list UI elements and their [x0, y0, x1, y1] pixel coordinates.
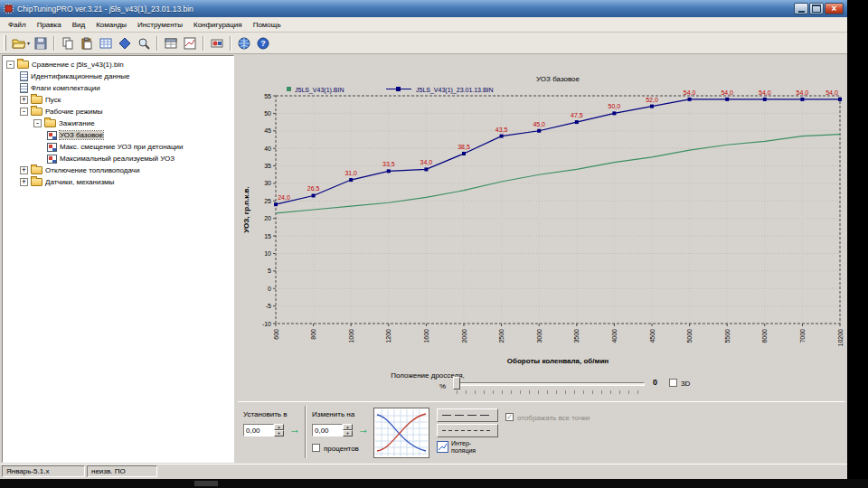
- table-button[interactable]: [162, 34, 180, 52]
- apply-change-arrow-icon[interactable]: →: [358, 423, 369, 436]
- zoom-button[interactable]: [135, 34, 153, 52]
- paste-button[interactable]: [78, 34, 96, 52]
- checkbox-show-all-points[interactable]: ✓: [505, 413, 514, 421]
- svg-text:600: 600: [273, 329, 279, 340]
- point-value-label: 24,0: [278, 194, 290, 201]
- tree-item-6[interactable]: УОЗ базовое: [3, 129, 233, 141]
- line-style-button-1[interactable]: [437, 408, 498, 422]
- tree-item-2[interactable]: Флаги комплектации: [3, 82, 233, 94]
- collapse-icon[interactable]: -: [33, 119, 42, 127]
- minimize-button[interactable]: [794, 3, 808, 14]
- menu-item-2[interactable]: Вид: [67, 19, 90, 31]
- compare-button[interactable]: [116, 34, 134, 52]
- interpolation-button[interactable]: Интер- поляция: [437, 440, 476, 454]
- set-to-spinner[interactable]: ▲▼: [274, 424, 284, 436]
- save-file-button[interactable]: [32, 34, 50, 52]
- tree-item-7[interactable]: Макс. смещение УОЗ при детонации: [3, 141, 233, 153]
- map-icon: [47, 143, 57, 152]
- apply-set-arrow-icon[interactable]: →: [289, 423, 300, 436]
- open-dropdown-icon[interactable]: ▾: [27, 40, 30, 46]
- tree-item-9[interactable]: +Отключение топливоподачи: [3, 164, 233, 176]
- toolbar-grip[interactable]: [4, 35, 6, 51]
- chart-point[interactable]: [800, 98, 804, 101]
- svg-text:3000: 3000: [536, 329, 542, 343]
- throttle-slider-track[interactable]: [455, 382, 645, 386]
- chart-point[interactable]: [650, 105, 654, 108]
- checkbox-3d[interactable]: [669, 379, 677, 387]
- svg-text:5500: 5500: [724, 329, 731, 343]
- menu-item-3[interactable]: Команды: [90, 19, 132, 31]
- point-value-label: 47,5: [571, 112, 583, 118]
- chart-point[interactable]: [537, 129, 541, 133]
- chart-point[interactable]: [688, 98, 692, 101]
- graph-button[interactable]: [181, 34, 199, 52]
- set-to-input[interactable]: [243, 424, 274, 436]
- chart-point[interactable]: [387, 169, 391, 173]
- chart-title: УОЗ базовое: [536, 75, 580, 83]
- line-style-button-2[interactable]: [437, 424, 498, 437]
- app-window: ChipTuningPRO ver.3.21 - j5ls_v43(1)_23.…: [0, 0, 847, 479]
- toolbar-separator: [53, 36, 55, 51]
- tree-item-0[interactable]: -Сравнение с j5ls_v43(1).bin: [3, 59, 233, 70]
- chart-point[interactable]: [349, 178, 353, 182]
- menu-item-4[interactable]: Инструменты: [132, 19, 188, 31]
- chart-point[interactable]: [838, 98, 842, 101]
- chart-point[interactable]: [575, 120, 579, 124]
- expand-icon[interactable]: +: [20, 166, 28, 174]
- chart-point[interactable]: [312, 193, 316, 197]
- status-cell-version: Январь-5.1.x: [2, 465, 85, 477]
- chart-point[interactable]: [725, 98, 729, 101]
- maximize-button[interactable]: [809, 3, 824, 14]
- cells-button[interactable]: [97, 34, 115, 52]
- chart-point[interactable]: [763, 98, 767, 101]
- tree-item-1[interactable]: Идентификационные данные: [3, 70, 233, 82]
- spin-down-icon[interactable]: ▼: [274, 430, 284, 436]
- menu-item-1[interactable]: Правка: [32, 19, 67, 31]
- expand-icon[interactable]: +: [20, 178, 28, 186]
- checkbox-percent[interactable]: [312, 444, 320, 452]
- interpolation-curves-icon: [375, 409, 428, 456]
- throttle-slider-thumb[interactable]: [453, 377, 460, 389]
- settings-icon: [211, 37, 223, 50]
- expand-icon[interactable]: +: [20, 96, 28, 104]
- menu-item-5[interactable]: Конфигурация: [188, 19, 248, 31]
- chart-point[interactable]: [612, 111, 616, 115]
- chart-point[interactable]: [274, 202, 278, 206]
- collapse-icon[interactable]: -: [6, 61, 14, 69]
- close-button[interactable]: [825, 3, 844, 14]
- change-by-spinner[interactable]: ▲▼: [343, 424, 353, 436]
- menu-item-6[interactable]: Помощь: [248, 19, 287, 31]
- spin-up-icon[interactable]: ▲: [274, 424, 284, 430]
- title-bar[interactable]: ChipTuningPRO ver.3.21 - j5ls_v43(1)_23.…: [0, 0, 847, 17]
- svg-text:-5: -5: [266, 303, 271, 309]
- copy-button[interactable]: [59, 34, 77, 52]
- menu-item-0[interactable]: Файл: [3, 19, 32, 31]
- chart-point[interactable]: [500, 135, 504, 138]
- change-by-input[interactable]: [312, 424, 343, 436]
- interpolation-curve-button[interactable]: [373, 408, 429, 458]
- chart-point[interactable]: [462, 152, 466, 155]
- svg-text:25: 25: [264, 198, 271, 204]
- open-file-button[interactable]: ▾: [11, 34, 31, 52]
- tree-item-8[interactable]: Максимальный реализуемый УОЗ: [3, 153, 233, 164]
- tree-item-label: УОЗ базовое: [60, 131, 103, 139]
- spin-up-icon[interactable]: ▲: [343, 424, 353, 430]
- chart-point[interactable]: [424, 167, 428, 171]
- svg-text:5000: 5000: [686, 329, 693, 343]
- chart[interactable]: -10-505101520253035404550556008001000120…: [238, 54, 845, 367]
- tree-item-3[interactable]: +Пуск: [3, 94, 233, 106]
- help-button[interactable]: ?: [254, 34, 272, 52]
- internet-button[interactable]: [235, 34, 253, 52]
- tree-item-10[interactable]: +Датчики, механизмы: [3, 176, 233, 188]
- tree-item-4[interactable]: -Рабочие режимы: [3, 106, 233, 117]
- svg-text:10: 10: [264, 250, 271, 257]
- settings-button[interactable]: [208, 34, 226, 52]
- toolbar-separator: [230, 36, 231, 51]
- svg-text:40: 40: [264, 145, 271, 152]
- collapse-icon[interactable]: -: [20, 108, 28, 116]
- throttle-value: 0: [653, 378, 657, 387]
- spin-down-icon[interactable]: ▼: [343, 430, 353, 436]
- folder-icon: [31, 108, 42, 116]
- compare-icon: [118, 37, 131, 50]
- tree-item-5[interactable]: -Зажигание: [3, 117, 233, 129]
